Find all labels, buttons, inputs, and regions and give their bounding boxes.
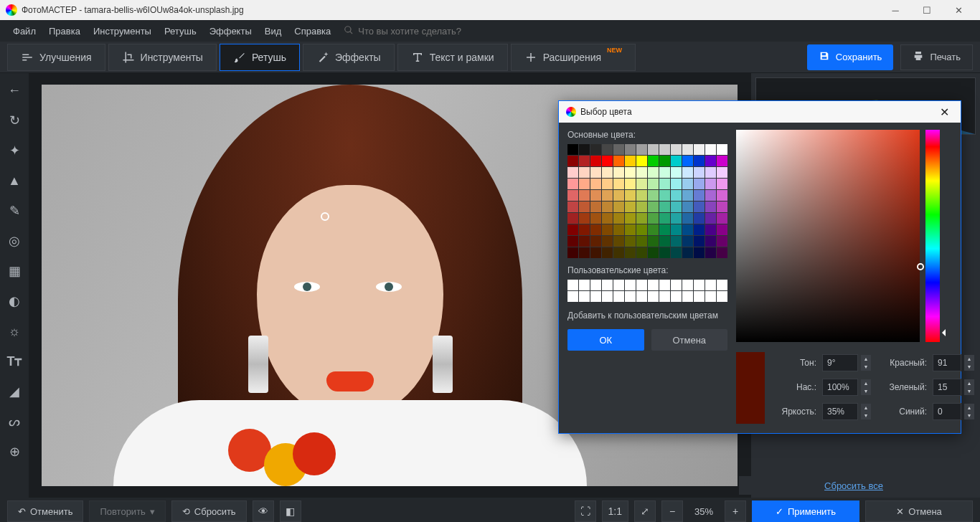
color-swatch[interactable]: [590, 179, 601, 189]
color-swatch[interactable]: [567, 201, 578, 212]
dialog-close-icon[interactable]: ✕: [936, 105, 953, 119]
custom-color-slot[interactable]: [613, 291, 624, 302]
color-swatch[interactable]: [636, 190, 647, 201]
custom-color-slot[interactable]: [705, 280, 716, 290]
color-swatch[interactable]: [613, 179, 624, 189]
custom-color-slot[interactable]: [717, 291, 727, 302]
color-swatch[interactable]: [648, 167, 659, 178]
color-swatch[interactable]: [659, 224, 670, 235]
save-button[interactable]: Сохранить: [807, 44, 894, 70]
bottom-cancel-button[interactable]: ✕ Отмена: [865, 500, 973, 522]
color-swatch[interactable]: [567, 236, 578, 247]
color-swatch[interactable]: [659, 190, 670, 201]
tab-enhance[interactable]: Улучшения: [7, 44, 105, 71]
color-swatch[interactable]: [636, 224, 647, 235]
color-swatch[interactable]: [682, 179, 693, 189]
color-swatch[interactable]: [705, 190, 716, 201]
color-swatch[interactable]: [659, 247, 670, 258]
custom-color-slot[interactable]: [682, 291, 693, 302]
color-swatch[interactable]: [717, 144, 727, 155]
custom-color-slot[interactable]: [694, 280, 705, 290]
color-swatch[interactable]: [636, 144, 647, 155]
color-swatch[interactable]: [567, 167, 578, 178]
red-input[interactable]: 91: [933, 354, 961, 371]
color-swatch[interactable]: [567, 247, 578, 258]
search-input[interactable]: [358, 26, 501, 37]
color-swatch[interactable]: [590, 213, 601, 224]
color-swatch[interactable]: [648, 144, 659, 155]
color-swatch[interactable]: [602, 201, 613, 212]
menu-tools[interactable]: Инструменты: [88, 23, 157, 39]
color-swatch[interactable]: [636, 167, 647, 178]
color-swatch[interactable]: [694, 190, 705, 201]
color-swatch[interactable]: [648, 156, 659, 166]
text-tool-icon[interactable]: Tᴛ: [4, 351, 24, 371]
color-swatch[interactable]: [682, 224, 693, 235]
close-button[interactable]: ✕: [943, 0, 974, 20]
color-swatch[interactable]: [671, 236, 682, 247]
color-swatch[interactable]: [590, 247, 601, 258]
color-swatch[interactable]: [682, 144, 693, 155]
custom-color-slot[interactable]: [602, 291, 613, 302]
tab-text[interactable]: Текст и рамки: [397, 44, 508, 71]
color-swatch[interactable]: [625, 201, 636, 212]
color-swatch[interactable]: [613, 247, 624, 258]
color-swatch[interactable]: [717, 236, 727, 247]
color-swatch[interactable]: [636, 156, 647, 166]
fit-screen-icon[interactable]: ⤢: [634, 500, 656, 522]
green-spinner[interactable]: ▲▼: [964, 379, 979, 395]
cancel-button[interactable]: Отмена: [651, 329, 728, 351]
globe-icon[interactable]: ⊕: [4, 442, 24, 462]
color-swatch[interactable]: [717, 224, 727, 235]
color-swatch[interactable]: [671, 201, 682, 212]
color-swatch[interactable]: [705, 247, 716, 258]
ok-button[interactable]: ОК: [567, 329, 644, 351]
color-swatch[interactable]: [613, 236, 624, 247]
color-swatch[interactable]: [705, 224, 716, 235]
color-swatch[interactable]: [613, 213, 624, 224]
fullscreen-icon[interactable]: ⛶: [575, 500, 596, 522]
custom-color-slot[interactable]: [590, 280, 601, 290]
custom-color-slot[interactable]: [579, 291, 590, 302]
color-swatch[interactable]: [671, 213, 682, 224]
color-swatch[interactable]: [705, 144, 716, 155]
custom-color-slot[interactable]: [682, 280, 693, 290]
color-swatch[interactable]: [648, 224, 659, 235]
color-swatch[interactable]: [602, 236, 613, 247]
color-swatch[interactable]: [602, 144, 613, 155]
dialog-titlebar[interactable]: Выбор цвета ✕: [559, 101, 961, 123]
blue-spinner[interactable]: ▲▼: [964, 404, 979, 419]
color-swatch[interactable]: [636, 236, 647, 247]
color-swatch[interactable]: [705, 236, 716, 247]
color-swatch[interactable]: [613, 167, 624, 178]
custom-color-slot[interactable]: [694, 291, 705, 302]
color-swatch[interactable]: [717, 213, 727, 224]
color-swatch[interactable]: [694, 201, 705, 212]
color-swatch[interactable]: [625, 179, 636, 189]
color-swatch[interactable]: [682, 201, 693, 212]
color-swatch[interactable]: [705, 201, 716, 212]
menu-view[interactable]: Вид: [259, 23, 288, 39]
pencil-icon[interactable]: ✎: [4, 201, 24, 221]
custom-color-slot[interactable]: [648, 291, 659, 302]
bri-spinner[interactable]: ▲▼: [861, 404, 875, 419]
color-swatch[interactable]: [705, 167, 716, 178]
color-swatch[interactable]: [613, 156, 624, 166]
color-swatch[interactable]: [648, 179, 659, 189]
color-swatch[interactable]: [671, 167, 682, 178]
sat-input[interactable]: 100%: [822, 379, 858, 396]
color-swatch[interactable]: [613, 224, 624, 235]
eye-toggle-icon[interactable]: 👁: [253, 500, 274, 522]
stamp-icon[interactable]: ▲: [4, 171, 24, 191]
color-swatch[interactable]: [694, 144, 705, 155]
zoom-in-icon[interactable]: +: [725, 500, 746, 522]
rotate-icon[interactable]: ↻: [4, 110, 24, 130]
color-swatch[interactable]: [625, 247, 636, 258]
color-swatch[interactable]: [717, 167, 727, 178]
color-swatch[interactable]: [567, 224, 578, 235]
color-swatch[interactable]: [705, 179, 716, 189]
color-swatch[interactable]: [602, 224, 613, 235]
color-swatch[interactable]: [717, 247, 727, 258]
print-button[interactable]: Печать: [900, 44, 973, 70]
color-swatch[interactable]: [625, 190, 636, 201]
